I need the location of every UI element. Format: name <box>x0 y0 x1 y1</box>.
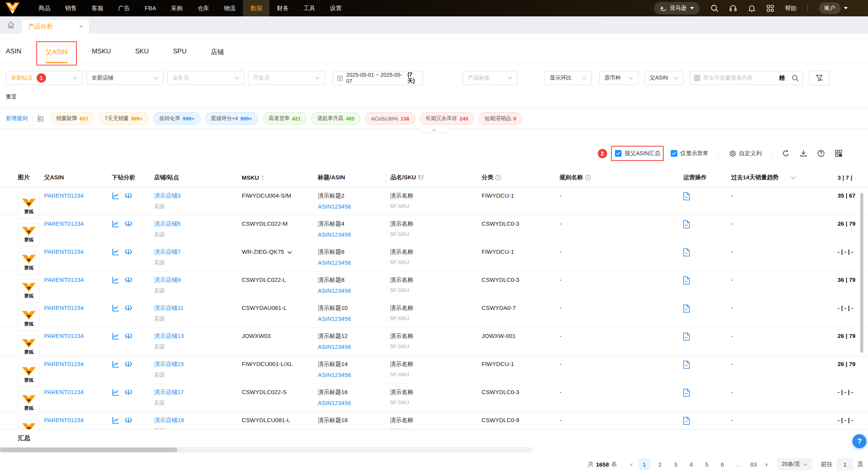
store-link[interactable]: 演示店铺7 <box>154 248 181 255</box>
store-link[interactable]: 演示店铺17 <box>154 389 184 395</box>
drill-down-icon[interactable] <box>125 361 132 368</box>
product-thumbnail[interactable]: 赛狐 <box>18 335 40 359</box>
question-circle-icon[interactable]: ? <box>495 175 501 180</box>
search-input[interactable]: 双击可批量搜索内容 精 <box>690 71 803 85</box>
checkbox-checked-icon[interactable] <box>615 150 622 157</box>
store-link[interactable]: 演示店铺5 <box>154 220 181 227</box>
help-link[interactable]: 帮助 <box>785 5 797 12</box>
drill-down-icon[interactable] <box>125 276 132 284</box>
rule-tag[interactable]: 长期冗余库存 245 <box>420 112 475 125</box>
store-link[interactable]: 演示店铺15 <box>154 361 184 367</box>
page-button[interactable]: 83 <box>748 458 760 470</box>
product-thumbnail[interactable]: 赛狐 <box>18 279 40 302</box>
product-tag-select[interactable]: 产品标签 <box>463 71 517 85</box>
subtab-item[interactable]: 店铺 <box>211 48 224 63</box>
bell-icon[interactable] <box>748 4 756 12</box>
compare-select[interactable]: 显示环比 <box>545 71 592 85</box>
chart-line-icon[interactable] <box>112 220 119 228</box>
nav-menu-item[interactable]: 客服 <box>84 0 111 16</box>
chart-line-icon[interactable] <box>112 361 119 368</box>
chart-line-icon[interactable] <box>112 276 119 284</box>
apps-grid-icon[interactable] <box>767 5 774 12</box>
floating-help-button[interactable]: ? <box>852 434 866 448</box>
note-doc-icon[interactable] <box>683 417 690 425</box>
add-rule-link[interactable]: 新增规则 <box>6 115 28 122</box>
store-link[interactable]: 演示店铺9 <box>154 276 181 283</box>
drill-down-icon[interactable] <box>125 417 132 424</box>
note-doc-icon[interactable] <box>683 304 690 313</box>
asin-link[interactable]: ASIN123456 <box>318 231 351 238</box>
product-thumbnail[interactable]: 赛狐 <box>18 251 40 274</box>
headset-icon[interactable] <box>729 4 737 12</box>
nav-menu-item[interactable]: FBA <box>137 0 163 16</box>
nav-menu-item[interactable]: 采购 <box>163 0 190 16</box>
drill-down-icon[interactable] <box>125 304 132 312</box>
custom-columns-button[interactable]: 自定义列 <box>729 150 762 157</box>
rule-layout-icon[interactable] <box>37 115 44 122</box>
rule-tag[interactable]: 退款率升高 465 <box>311 112 360 125</box>
drill-down-icon[interactable] <box>125 248 132 256</box>
question-circle-icon[interactable]: ? <box>585 175 591 180</box>
nav-menu-item[interactable]: 销售 <box>58 0 84 16</box>
subtab-item[interactable]: ASIN <box>6 48 21 63</box>
abnormal-only-checkbox[interactable]: 仅显示异常 <box>671 150 709 157</box>
parent-asin-link[interactable]: PARENT01234 <box>44 304 83 311</box>
rule-tag[interactable]: 短期滞销品 0 <box>479 112 522 125</box>
product-thumbnail[interactable]: 赛狐 <box>18 223 40 246</box>
currency-select[interactable]: 原币种 <box>599 71 638 85</box>
home-button[interactable] <box>0 16 22 34</box>
page-button[interactable]: 4 <box>686 458 697 470</box>
search-type-select[interactable]: 父ASIN <box>645 71 684 85</box>
nav-menu-item[interactable]: 广告 <box>111 0 137 16</box>
page-button[interactable]: 5 <box>701 458 713 470</box>
nav-menu-item[interactable]: 工具 <box>296 0 322 16</box>
developer-select[interactable]: 开发员 <box>248 71 325 85</box>
nav-menu-item[interactable]: 物流 <box>216 0 243 16</box>
close-icon[interactable]: × <box>79 23 83 30</box>
drill-down-icon[interactable] <box>125 333 132 340</box>
drill-down-icon[interactable] <box>125 389 132 396</box>
store-link[interactable]: 演示店铺3 <box>154 192 181 199</box>
parent-asin-link[interactable]: PARENT01234 <box>44 361 83 367</box>
chart-line-icon[interactable] <box>112 304 119 312</box>
product-thumbnail[interactable]: 赛狐 <box>18 391 40 415</box>
asin-link[interactable]: ASIN123456 <box>318 371 351 378</box>
note-doc-icon[interactable] <box>683 276 690 285</box>
group-by-parent-checkbox[interactable]: 2 按父ASIN汇总 <box>615 150 661 157</box>
exact-match-toggle[interactable]: 精 <box>779 74 785 82</box>
page-button[interactable]: 3 <box>670 458 682 470</box>
collapse-panel-button[interactable] <box>419 127 449 133</box>
salesman-select[interactable]: 业务员 <box>167 71 244 85</box>
search-submit-icon[interactable] <box>792 74 799 81</box>
page-button[interactable]: ... <box>732 458 744 470</box>
parent-asin-link[interactable]: PARENT01234 <box>44 389 83 395</box>
rule-tag[interactable]: 星级评分<4 999+ <box>205 112 258 125</box>
store-link[interactable]: 演示店铺13 <box>154 333 184 339</box>
page-button[interactable]: 1 <box>639 458 650 470</box>
note-doc-icon[interactable] <box>683 248 690 256</box>
goto-page-input[interactable]: 1 <box>836 458 854 470</box>
checkbox-checked-icon[interactable] <box>671 150 677 157</box>
layout-grid-icon[interactable] <box>835 150 842 157</box>
rule-tag[interactable]: ACoS≥30% 138 <box>365 112 415 125</box>
tab-product-analysis[interactable]: 产品分析 × <box>22 19 89 34</box>
parent-asin-link[interactable]: PARENT01234 <box>44 333 83 339</box>
nav-menu-item[interactable]: 设置 <box>322 0 349 16</box>
advanced-filter-button[interactable] <box>809 71 829 85</box>
hscroll-thumb[interactable] <box>0 447 177 452</box>
next-page-button[interactable]: › <box>765 460 768 469</box>
parent-asin-link[interactable]: PARENT01234 <box>44 248 83 255</box>
nav-menu-item[interactable]: 数据 <box>243 0 269 16</box>
col-header-name-sku[interactable]: 品名/SKU <box>385 172 482 183</box>
product-thumbnail[interactable]: 赛狐 <box>18 307 40 331</box>
note-doc-icon[interactable] <box>683 361 690 369</box>
chart-line-icon[interactable] <box>112 389 119 396</box>
chart-line-icon[interactable] <box>112 192 119 200</box>
asin-link[interactable]: ASIN123456 <box>318 315 351 322</box>
store-select[interactable]: 全部店铺 <box>87 71 163 85</box>
note-doc-icon[interactable] <box>683 389 690 397</box>
account-button[interactable]: 账户 <box>819 2 841 14</box>
asin-link[interactable]: ASIN123456 <box>318 287 351 294</box>
product-thumbnail[interactable]: 赛狐 <box>18 419 40 429</box>
rule-tag[interactable]: 高退货率 421 <box>263 112 307 125</box>
